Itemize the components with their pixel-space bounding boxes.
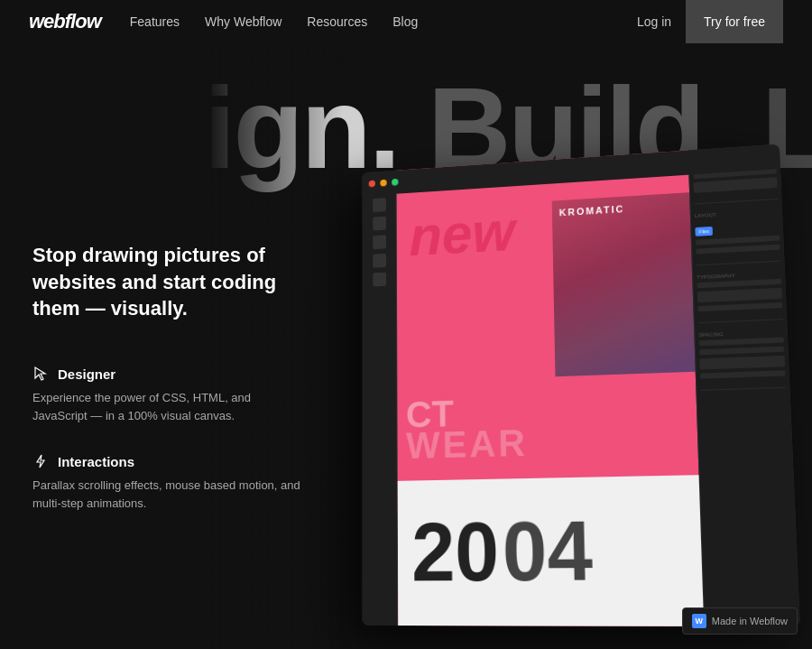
feature-interactions-desc: Parallax scrolling effects, mouse based …	[32, 477, 303, 512]
canvas-new-text: new	[410, 203, 515, 264]
feature-designer-title: Designer	[58, 366, 115, 382]
hero-mockup: new KROMATIC WEAR CT	[334, 116, 812, 639]
navbar: webflow Features Why Webflow Resources B…	[0, 0, 812, 43]
feature-interactions-header: Interactions	[32, 453, 303, 469]
headline-design: Design.	[0, 63, 398, 192]
panel-row-7	[697, 288, 782, 302]
canvas-white: 20 04	[398, 475, 704, 626]
topbar-minimize	[380, 180, 386, 187]
feature-designer: Designer Experience the power of CSS, HT…	[32, 366, 303, 424]
tool-4	[373, 235, 386, 249]
hero-section: Design. Build. Launch. Stop drawing pict…	[0, 43, 812, 649]
panel-row-4	[696, 236, 780, 246]
canvas-content: new KROMATIC WEAR CT	[397, 151, 705, 626]
canvas-ct: CT	[406, 393, 454, 437]
tool-2	[373, 198, 386, 212]
canvas-number-2: 04	[502, 509, 593, 593]
canvas-number: 20	[411, 511, 500, 594]
feature-interactions-title: Interactions	[58, 454, 134, 469]
screen-outer: new KROMATIC WEAR CT	[362, 144, 799, 627]
panel-left	[362, 171, 398, 626]
lightning-icon	[32, 453, 49, 469]
panel-row-11	[699, 356, 785, 370]
tool-5	[373, 254, 386, 268]
panel-row-9	[699, 337, 784, 346]
webflow-icon: W	[692, 614, 706, 628]
nav-link-blog[interactable]: Blog	[392, 14, 418, 29]
cursor-icon	[32, 366, 49, 382]
feature-designer-desc: Experience the power of CSS, HTML, and J…	[32, 389, 303, 424]
panel-section-2: Layout Flex	[695, 209, 780, 266]
logo[interactable]: webflow	[29, 10, 101, 33]
photo-gradient	[552, 192, 696, 376]
feature-designer-header: Designer	[32, 366, 303, 382]
panel-row-12	[700, 370, 786, 378]
panel-row-10	[699, 347, 784, 356]
mockup-container: new KROMATIC WEAR CT	[345, 105, 812, 646]
panel-badge: Flex	[695, 227, 713, 236]
nav-link-features[interactable]: Features	[130, 14, 180, 29]
try-for-free-button[interactable]: Try for free	[686, 0, 783, 43]
tool-3	[373, 217, 386, 231]
canvas-area: new KROMATIC WEAR CT	[397, 151, 705, 626]
panel-row-8	[697, 302, 782, 311]
nav-link-why[interactable]: Why Webflow	[205, 14, 281, 29]
panel-row-6	[697, 279, 781, 289]
hero-content: Stop drawing pictures of websites and st…	[32, 242, 303, 541]
nav-link-resources[interactable]: Resources	[307, 14, 367, 29]
feature-interactions: Interactions Parallax scrolling effects,…	[32, 453, 303, 512]
panel-row-3	[694, 177, 778, 193]
made-in-webflow-label: Made in Webflow	[712, 616, 788, 626]
panel-row-5	[696, 245, 780, 255]
panel-right: Properties Layout Flex Typography	[687, 144, 799, 627]
canvas-bg: new KROMATIC WEAR CT	[397, 175, 705, 626]
topbar-maximize	[392, 179, 398, 186]
login-button[interactable]: Log in	[637, 14, 671, 29]
tool-6	[373, 273, 386, 287]
panel-section-3: Typography	[697, 271, 783, 324]
nav-right: Log in Try for free	[637, 0, 783, 43]
topbar-close	[369, 181, 375, 188]
canvas-photo: KROMATIC	[552, 192, 696, 376]
made-in-webflow-badge[interactable]: W Made in Webflow	[682, 607, 798, 635]
nav-links: Features Why Webflow Resources Blog	[130, 14, 637, 29]
panel-label-2: Layout	[695, 209, 779, 218]
panel-label-4: Spacing	[698, 329, 783, 338]
panel-section-4: Spacing	[698, 329, 786, 391]
hero-tagline: Stop drawing pictures of websites and st…	[32, 242, 303, 322]
